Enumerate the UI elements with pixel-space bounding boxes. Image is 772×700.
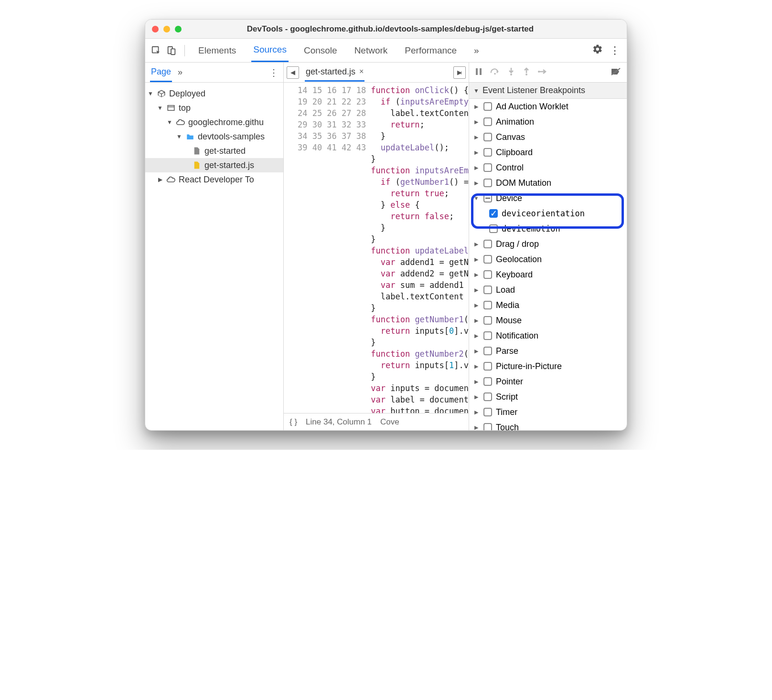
- debugger-panel: Event Listener Breakpoints Ad Auction Wo…: [469, 63, 627, 430]
- tree-domain[interactable]: googlechrome.githu: [145, 115, 283, 129]
- tree-ext[interactable]: React Developer To: [145, 172, 283, 187]
- checkbox-icon[interactable]: [483, 117, 492, 126]
- bp-category[interactable]: Canvas: [469, 129, 627, 145]
- tab-performance[interactable]: Performance: [403, 40, 459, 62]
- tree-deployed[interactable]: Deployed: [145, 86, 283, 101]
- step-over-icon[interactable]: [490, 68, 500, 77]
- caret-icon: [473, 363, 480, 370]
- breakpoints-section-header[interactable]: Event Listener Breakpoints: [469, 83, 627, 99]
- bp-category[interactable]: Script: [469, 389, 627, 404]
- bp-category[interactable]: Mouse: [469, 313, 627, 328]
- code-area[interactable]: 14 15 16 17 18 19 20 21 22 23 24 25 26 2…: [284, 83, 469, 413]
- checkbox-icon[interactable]: [483, 255, 492, 264]
- bp-label: Keyboard: [496, 270, 533, 280]
- main-toolbar: Elements Sources Console Network Perform…: [145, 39, 627, 63]
- checkbox-icon[interactable]: [483, 102, 492, 111]
- editor-tab-label: get-started.js: [306, 67, 355, 77]
- caret-icon: [473, 272, 480, 278]
- device-toggle-icon[interactable]: [165, 44, 178, 57]
- checkbox-icon[interactable]: [483, 301, 492, 309]
- inspect-icon[interactable]: [150, 44, 162, 57]
- tab-network[interactable]: Network: [353, 40, 390, 62]
- tree-folder[interactable]: devtools-samples: [145, 129, 283, 144]
- settings-icon[interactable]: [592, 44, 603, 57]
- format-braces-icon[interactable]: { }: [290, 417, 297, 427]
- navigator-more[interactable]: »: [178, 67, 182, 77]
- bp-category[interactable]: Keyboard: [469, 267, 627, 282]
- bp-category[interactable]: Geolocation: [469, 252, 627, 267]
- bp-label: Geolocation: [496, 255, 542, 265]
- caret-icon: [473, 379, 480, 385]
- checkbox-icon[interactable]: [483, 362, 492, 371]
- checkbox-icon[interactable]: [483, 286, 492, 294]
- line-gutter: 14 15 16 17 18 19 20 21 22 23 24 25 26 2…: [284, 83, 371, 413]
- checkbox-icon[interactable]: [483, 423, 492, 430]
- bp-category[interactable]: Picture-in-Picture: [469, 359, 627, 374]
- js-file-icon: [192, 160, 202, 170]
- bp-category[interactable]: DOM Mutation: [469, 175, 627, 191]
- nav-fwd-icon[interactable]: ▶|: [453, 66, 466, 79]
- panel-tabs: Elements Sources Console Network Perform…: [196, 39, 590, 62]
- step-into-icon[interactable]: [507, 67, 515, 78]
- bp-category[interactable]: Ad Auction Worklet: [469, 99, 627, 114]
- tab-more[interactable]: »: [472, 40, 481, 62]
- navigator-tab-page[interactable]: Page: [150, 63, 172, 82]
- caret-icon: [473, 256, 480, 263]
- step-out-icon[interactable]: [523, 67, 530, 78]
- bp-category[interactable]: Pointer: [469, 374, 627, 389]
- checkbox-icon[interactable]: [483, 377, 492, 386]
- bp-label: Notification: [496, 331, 538, 341]
- editor-tab-active[interactable]: get-started.js ×: [305, 64, 365, 82]
- tree-top[interactable]: top: [145, 101, 283, 115]
- editor-tabbar: ◀ get-started.js × ▶|: [284, 63, 469, 83]
- close-window-button[interactable]: [152, 26, 159, 32]
- tree-file-html[interactable]: get-started: [145, 144, 283, 158]
- svg-rect-6: [480, 68, 482, 75]
- svg-point-8: [510, 74, 512, 75]
- close-tab-icon[interactable]: ×: [359, 67, 364, 76]
- bp-category[interactable]: Notification: [469, 328, 627, 343]
- bp-category[interactable]: Control: [469, 160, 627, 175]
- deactivate-breakpoints-icon[interactable]: [611, 67, 621, 78]
- checkbox-icon[interactable]: [483, 316, 492, 325]
- bp-category[interactable]: Touch: [469, 420, 627, 430]
- bp-category[interactable]: Parse: [469, 343, 627, 359]
- bp-label: Parse: [496, 346, 518, 356]
- checkbox-icon[interactable]: [483, 179, 492, 187]
- caret-icon: [473, 318, 480, 324]
- nav-back-icon[interactable]: ◀: [287, 66, 299, 79]
- tree-file-js[interactable]: get-started.js: [145, 158, 283, 172]
- bp-category[interactable]: Timer: [469, 404, 627, 420]
- tree-label: get-started.js: [204, 160, 254, 170]
- navigator-menu-icon[interactable]: ⋮: [269, 67, 279, 78]
- step-icon[interactable]: [538, 68, 547, 77]
- checkbox-icon[interactable]: [483, 240, 492, 248]
- bp-category[interactable]: Load: [469, 282, 627, 297]
- kebab-menu-icon[interactable]: ⋮: [610, 44, 620, 57]
- caret-icon: [473, 348, 480, 354]
- bp-category[interactable]: Media: [469, 297, 627, 313]
- titlebar: DevTools - googlechrome.github.io/devtoo…: [145, 20, 627, 39]
- checkbox-icon[interactable]: [483, 133, 492, 141]
- tab-console[interactable]: Console: [302, 40, 339, 62]
- editor-statusbar: { } Line 34, Column 1 Cove: [284, 413, 469, 430]
- file-tree: Deployed top googlechrome.githu devtools…: [145, 83, 283, 191]
- checkbox-icon[interactable]: [483, 163, 492, 172]
- coverage-label[interactable]: Cove: [380, 417, 399, 427]
- tab-elements[interactable]: Elements: [196, 40, 238, 62]
- source-text: function onClick() { if (inputsAreEmpty …: [371, 83, 469, 413]
- file-icon: [192, 146, 202, 156]
- bp-category[interactable]: Clipboard: [469, 145, 627, 160]
- checkbox-icon[interactable]: [483, 392, 492, 401]
- bp-label: Load: [496, 285, 515, 295]
- checkbox-icon[interactable]: [483, 148, 492, 157]
- checkbox-icon[interactable]: [483, 270, 492, 279]
- bp-category[interactable]: Drag / drop: [469, 236, 627, 252]
- checkbox-icon[interactable]: [483, 347, 492, 355]
- checkbox-icon[interactable]: [483, 331, 492, 340]
- checkbox-icon[interactable]: [483, 408, 492, 416]
- pause-icon[interactable]: [475, 68, 482, 77]
- tab-sources[interactable]: Sources: [251, 39, 289, 62]
- bp-category[interactable]: Animation: [469, 114, 627, 129]
- file-navigator: Page » ⋮ Deployed top googlec: [145, 63, 284, 430]
